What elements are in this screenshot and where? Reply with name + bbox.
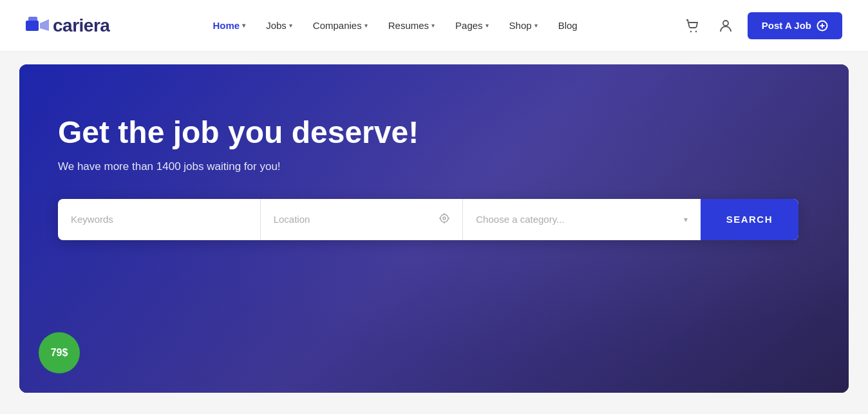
jobs-chevron-icon: ▾ (289, 22, 292, 29)
pages-chevron-icon: ▾ (486, 22, 489, 29)
nav-item-resumes[interactable]: Resumes ▾ (381, 15, 442, 36)
category-field[interactable]: Choose a category... IT & Technology Des… (463, 199, 700, 240)
hero-title: Get the job you deserve! (58, 116, 444, 150)
header: cariera Home ▾ Jobs ▾ Companies ▾ Resume… (0, 0, 868, 52)
companies-chevron-icon: ▾ (364, 22, 368, 29)
hero-subtitle: We have more than 1400 jobs waiting for … (58, 160, 380, 173)
nav-item-pages[interactable]: Pages ▾ (448, 15, 496, 36)
logo[interactable]: cariera (26, 15, 109, 36)
logo-icon (26, 17, 49, 35)
svg-marker-2 (40, 19, 49, 31)
nav-item-shop[interactable]: Shop ▾ (502, 15, 545, 36)
post-job-button[interactable]: Post A Job (748, 12, 842, 39)
logo-text: cariera (53, 15, 109, 36)
plus-circle-icon (816, 20, 828, 32)
nav-item-jobs[interactable]: Jobs ▾ (258, 15, 300, 36)
main-nav: Home ▾ Jobs ▾ Companies ▾ Resumes ▾ Page… (205, 15, 585, 36)
price-badge: 79$ (39, 332, 80, 373)
svg-point-5 (723, 21, 728, 26)
home-chevron-icon: ▾ (242, 22, 245, 29)
svg-point-3 (690, 30, 692, 32)
svg-point-10 (443, 217, 446, 220)
location-input[interactable] (274, 214, 435, 225)
user-icon[interactable] (714, 14, 737, 37)
location-field (261, 199, 464, 240)
nav-item-companies[interactable]: Companies ▾ (305, 15, 375, 36)
keywords-input[interactable] (71, 214, 247, 225)
nav-item-home[interactable]: Home ▾ (205, 15, 253, 36)
nav-item-blog[interactable]: Blog (551, 15, 585, 36)
category-chevron-icon: ▾ (684, 215, 688, 224)
search-bar: Choose a category... IT & Technology Des… (58, 199, 798, 240)
keywords-field (58, 199, 261, 240)
hero-section: Get the job you deserve! We have more th… (19, 64, 849, 393)
hero-content: Get the job you deserve! We have more th… (19, 64, 849, 279)
svg-point-9 (440, 214, 448, 222)
svg-rect-1 (28, 17, 37, 23)
search-button[interactable]: SEARCH (701, 199, 798, 240)
header-right: Post A Job (681, 12, 842, 39)
cart-icon[interactable] (681, 14, 704, 37)
resumes-chevron-icon: ▾ (431, 22, 435, 29)
category-select[interactable]: Choose a category... IT & Technology Des… (476, 214, 678, 225)
shop-chevron-icon: ▾ (534, 22, 538, 29)
svg-point-4 (695, 30, 697, 32)
location-icon (439, 213, 449, 226)
